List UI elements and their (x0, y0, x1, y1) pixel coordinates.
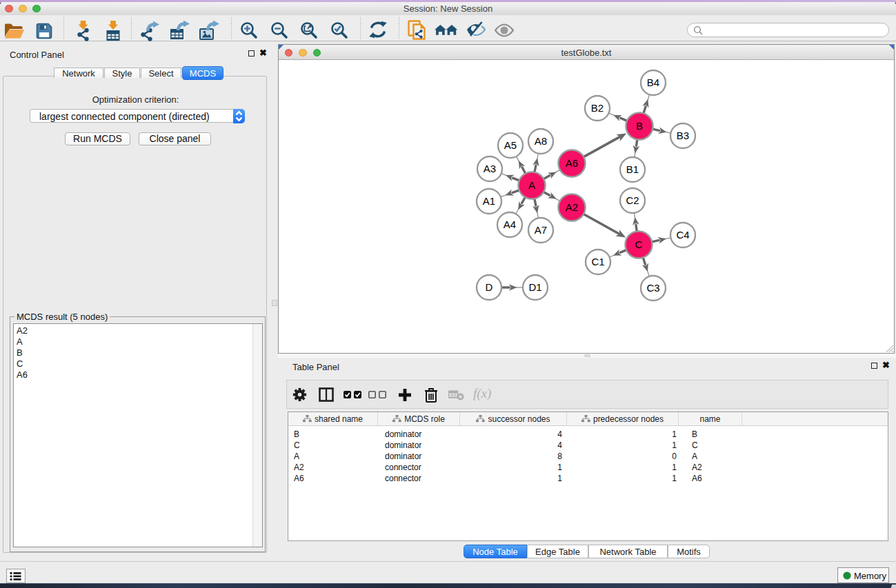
svg-text:A6: A6 (566, 157, 578, 169)
svg-text:B1: B1 (626, 163, 639, 175)
svg-text:C: C (635, 239, 643, 250)
svg-text:D1: D1 (528, 281, 541, 293)
svg-text:C3: C3 (646, 282, 659, 294)
svg-text:B2: B2 (591, 102, 604, 114)
svg-text:B4: B4 (647, 77, 659, 88)
svg-text:C1: C1 (591, 256, 604, 267)
svg-text:C2: C2 (626, 194, 639, 206)
svg-text:B3: B3 (677, 130, 689, 141)
svg-text:A4: A4 (504, 219, 516, 230)
svg-text:A1: A1 (483, 195, 495, 207)
svg-text:A3: A3 (484, 163, 496, 174)
svg-text:A: A (528, 179, 535, 191)
svg-text:B: B (636, 120, 643, 132)
svg-text:A2: A2 (566, 201, 578, 213)
svg-text:A5: A5 (504, 139, 517, 151)
svg-text:D: D (486, 281, 493, 293)
svg-text:A8: A8 (535, 135, 547, 147)
svg-text:C4: C4 (676, 229, 689, 241)
svg-text:A7: A7 (535, 224, 547, 236)
